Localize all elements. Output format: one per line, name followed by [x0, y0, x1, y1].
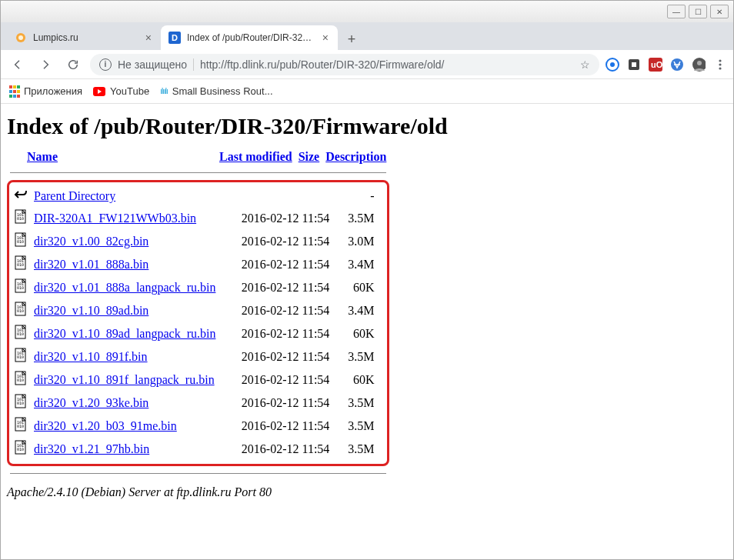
- binary-file-icon: 101010: [14, 255, 28, 271]
- svg-text:010: 010: [17, 447, 24, 452]
- apps-shortcut[interactable]: Приложения: [8, 85, 82, 98]
- svg-point-13: [719, 59, 721, 62]
- svg-point-14: [719, 63, 721, 65]
- file-modified: 2016-02-12 11:54: [239, 253, 342, 276]
- file-link[interactable]: dir320_v1.21_97hb.bin: [34, 442, 149, 455]
- menu-icon[interactable]: [713, 58, 727, 72]
- tab-title: Lumpics.ru: [33, 32, 138, 43]
- tab-close-icon[interactable]: ×: [144, 32, 153, 44]
- apps-label: Приложения: [24, 85, 82, 97]
- extension-icon[interactable]: [670, 58, 684, 72]
- tab-title: Index of /pub/Router/DIR-320/Fi: [187, 32, 315, 43]
- svg-text:010: 010: [17, 401, 24, 405]
- file-link[interactable]: dir320_v1.10_891f_langpack_ru.bin: [34, 373, 215, 386]
- file-size: 3.4M: [342, 253, 377, 276]
- divider: [193, 58, 194, 71]
- file-modified: 2016-02-12 11:54: [239, 299, 342, 322]
- svg-point-12: [697, 61, 702, 65]
- binary-file-icon: 101010: [14, 417, 28, 432]
- titlebar: — ☐ ✕: [1, 1, 733, 22]
- file-link[interactable]: dir320_v1.10_891f.bin: [34, 350, 148, 363]
- svg-point-15: [719, 67, 721, 69]
- back-arrow-icon: [14, 188, 28, 203]
- file-modified: 2016-02-12 11:54: [239, 368, 342, 392]
- close-window-button[interactable]: ✕: [710, 5, 729, 18]
- file-row: 101010dir320_v1.20_b03_91me.bin2016-02-1…: [11, 415, 384, 438]
- file-size: 3.5M: [342, 392, 377, 415]
- file-link[interactable]: dir320_v1.20_b03_91me.bin: [34, 419, 177, 432]
- reload-button[interactable]: [62, 54, 84, 75]
- back-button[interactable]: [7, 54, 28, 75]
- file-modified: 2016-02-12 11:54: [239, 415, 342, 438]
- bookmark-bar: Приложения YouTube ılıılı Small Business…: [1, 79, 733, 104]
- tab-index[interactable]: D Index of /pub/Router/DIR-320/Fi ×: [161, 25, 338, 50]
- binary-file-icon: 101010: [14, 440, 28, 455]
- url-text: http://ftp.dlink.ru/pub/Router/DIR-320/F…: [200, 58, 574, 71]
- site-info-icon[interactable]: i: [99, 58, 112, 71]
- svg-text:010: 010: [17, 239, 24, 244]
- svg-text:010: 010: [17, 355, 24, 359]
- toolbar: i Не защищено http://ftp.dlink.ru/pub/Ro…: [1, 50, 733, 79]
- file-link[interactable]: DIR-320A1_FW121WWb03.bin: [34, 212, 196, 225]
- binary-file-icon: 101010: [14, 302, 28, 317]
- profile-avatar[interactable]: [692, 58, 706, 72]
- svg-rect-7: [632, 62, 636, 67]
- file-link[interactable]: dir320_v1.20_93ke.bin: [34, 396, 148, 409]
- divider: [10, 473, 386, 474]
- youtube-icon: [93, 87, 105, 96]
- file-modified: 2016-02-12 11:54: [239, 276, 342, 299]
- file-link[interactable]: dir320_v1.00_82cg.bin: [34, 235, 148, 248]
- file-link[interactable]: dir320_v1.10_89ad.bin: [34, 304, 148, 317]
- col-desc[interactable]: Description: [325, 150, 386, 163]
- file-link[interactable]: dir320_v1.10_89ad_langpack_ru.bin: [34, 327, 215, 340]
- svg-text:010: 010: [17, 262, 24, 267]
- file-modified: 2016-02-12 11:54: [239, 322, 342, 345]
- extension-icon[interactable]: [606, 58, 619, 72]
- parent-directory-link[interactable]: Parent Directory: [34, 189, 115, 202]
- file-modified: 2016-02-12 11:54: [239, 230, 342, 253]
- minimize-button[interactable]: —: [667, 5, 686, 18]
- file-row: 101010dir320_v1.10_89ad.bin2016-02-12 11…: [11, 299, 384, 322]
- file-row: 101010dir320_v1.20_93ke.bin2016-02-12 11…: [11, 392, 384, 415]
- file-row: 101010dir320_v1.01_888a_langpack_ru.bin2…: [11, 276, 384, 299]
- file-modified: 2016-02-12 11:54: [239, 438, 342, 461]
- col-modified[interactable]: Last modified: [219, 150, 292, 163]
- highlight-box: Parent Directory - 101010DIR-320A1_FW121…: [7, 180, 389, 466]
- bookmark-youtube[interactable]: YouTube: [93, 85, 149, 97]
- new-tab-button[interactable]: +: [341, 28, 362, 50]
- bookmark-star-icon[interactable]: ☆: [580, 58, 590, 71]
- file-row: 101010dir320_v1.10_891f_langpack_ru.bin2…: [11, 368, 384, 392]
- server-footer: Apache/2.4.10 (Debian) Server at ftp.dli…: [7, 485, 727, 499]
- col-size[interactable]: Size: [299, 150, 320, 163]
- forward-button[interactable]: [35, 54, 56, 75]
- maximize-button[interactable]: ☐: [689, 5, 707, 18]
- svg-text:010: 010: [17, 378, 24, 382]
- file-row: 101010dir320_v1.10_891f.bin2016-02-12 11…: [11, 345, 384, 368]
- extension-icon[interactable]: [627, 58, 641, 72]
- svg-text:010: 010: [17, 308, 24, 313]
- file-size: 3.5M: [342, 438, 377, 461]
- directory-listing: Name Last modified Size Description Pare…: [7, 150, 389, 479]
- header-row: Name Last modified Size Description: [7, 150, 389, 167]
- file-row: 101010dir320_v1.00_82cg.bin2016-02-12 11…: [11, 230, 384, 253]
- file-link[interactable]: dir320_v1.01_888a.bin: [34, 258, 148, 271]
- ublock-icon[interactable]: uO: [649, 58, 662, 72]
- binary-file-icon: 101010: [14, 394, 28, 409]
- file-row: 101010dir320_v1.10_89ad_langpack_ru.bin2…: [11, 322, 384, 345]
- tab-strip: Lumpics.ru × D Index of /pub/Router/DIR-…: [1, 22, 733, 50]
- svg-text:010: 010: [17, 216, 24, 221]
- bookmark-sbr[interactable]: ılıılı Small Business Rout...: [160, 85, 272, 97]
- col-name[interactable]: Name: [27, 150, 58, 163]
- favicon-dlink: D: [168, 32, 181, 44]
- file-link[interactable]: dir320_v1.01_888a_langpack_ru.bin: [34, 281, 215, 294]
- svg-point-5: [610, 62, 615, 67]
- file-size: 60K: [342, 368, 377, 392]
- address-bar[interactable]: i Не защищено http://ftp.dlink.ru/pub/Ro…: [90, 54, 599, 75]
- file-size: 3.5M: [342, 345, 377, 368]
- tab-lumpics[interactable]: Lumpics.ru ×: [7, 25, 161, 50]
- file-modified: 2016-02-12 11:54: [239, 345, 342, 368]
- divider: [10, 172, 386, 173]
- page-content: Index of /pub/Router/DIR-320/Firmware/ol…: [1, 104, 733, 559]
- svg-point-1: [18, 35, 23, 40]
- tab-close-icon[interactable]: ×: [321, 32, 330, 44]
